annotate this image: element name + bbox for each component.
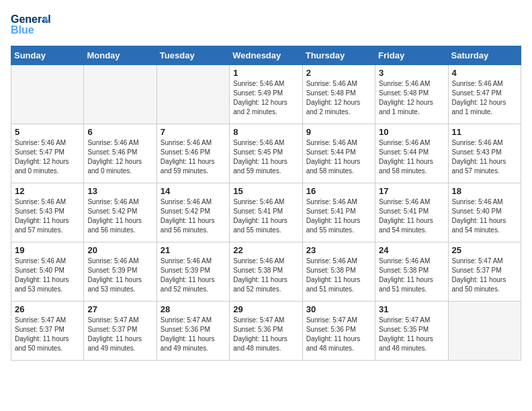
calendar-cell — [157, 65, 229, 124]
weekday-header-wednesday: Wednesday — [230, 46, 302, 65]
calendar-cell: 12Sunrise: 5:46 AM Sunset: 5:43 PM Dayli… — [11, 183, 84, 242]
day-number: 23 — [306, 245, 371, 255]
calendar-cell: 29Sunrise: 5:47 AM Sunset: 5:36 PM Dayli… — [230, 302, 302, 361]
weekday-header-thursday: Thursday — [302, 46, 375, 65]
svg-text:Blue: Blue — [11, 24, 34, 36]
day-info: Sunrise: 5:47 AM Sunset: 5:37 PM Dayligh… — [15, 316, 80, 353]
day-info: Sunrise: 5:46 AM Sunset: 5:44 PM Dayligh… — [306, 138, 371, 176]
day-number: 2 — [306, 68, 371, 78]
day-info: Sunrise: 5:46 AM Sunset: 5:46 PM Dayligh… — [161, 138, 226, 176]
day-info: Sunrise: 5:47 AM Sunset: 5:37 PM Dayligh… — [452, 257, 517, 294]
week-row-4: 19Sunrise: 5:46 AM Sunset: 5:40 PM Dayli… — [11, 242, 521, 302]
day-number: 16 — [306, 186, 371, 196]
day-number: 24 — [379, 245, 444, 255]
day-number: 1 — [233, 68, 298, 78]
day-info: Sunrise: 5:46 AM Sunset: 5:39 PM Dayligh… — [161, 257, 226, 294]
day-info: Sunrise: 5:46 AM Sunset: 5:43 PM Dayligh… — [15, 197, 80, 235]
day-info: Sunrise: 5:46 AM Sunset: 5:40 PM Dayligh… — [452, 197, 517, 235]
day-info: Sunrise: 5:46 AM Sunset: 5:41 PM Dayligh… — [306, 197, 371, 235]
calendar-cell: 27Sunrise: 5:47 AM Sunset: 5:37 PM Dayli… — [84, 302, 157, 361]
day-number: 27 — [87, 304, 152, 314]
calendar-cell: 9Sunrise: 5:46 AM Sunset: 5:44 PM Daylig… — [302, 124, 375, 183]
day-info: Sunrise: 5:46 AM Sunset: 5:47 PM Dayligh… — [452, 79, 517, 117]
day-number: 11 — [452, 127, 517, 137]
calendar-cell: 15Sunrise: 5:46 AM Sunset: 5:41 PM Dayli… — [230, 183, 302, 242]
day-info: Sunrise: 5:47 AM Sunset: 5:36 PM Dayligh… — [306, 316, 371, 353]
day-number: 14 — [161, 186, 226, 196]
calendar-cell: 28Sunrise: 5:47 AM Sunset: 5:36 PM Dayli… — [157, 302, 229, 361]
calendar-cell: 1Sunrise: 5:46 AM Sunset: 5:49 PM Daylig… — [230, 65, 302, 124]
day-number: 22 — [233, 245, 298, 255]
calendar-cell: 20Sunrise: 5:46 AM Sunset: 5:39 PM Dayli… — [84, 242, 157, 302]
day-number: 3 — [379, 68, 444, 78]
day-info: Sunrise: 5:46 AM Sunset: 5:49 PM Dayligh… — [233, 79, 298, 117]
day-number: 12 — [15, 186, 80, 196]
day-info: Sunrise: 5:47 AM Sunset: 5:35 PM Dayligh… — [379, 316, 444, 353]
day-info: Sunrise: 5:46 AM Sunset: 5:43 PM Dayligh… — [452, 138, 517, 176]
week-row-1: 1Sunrise: 5:46 AM Sunset: 5:49 PM Daylig… — [11, 65, 521, 124]
calendar-cell: 19Sunrise: 5:46 AM Sunset: 5:40 PM Dayli… — [11, 242, 84, 302]
day-number: 20 — [87, 245, 152, 255]
day-number: 8 — [233, 127, 298, 137]
calendar-table: SundayMondayTuesdayWednesdayThursdayFrid… — [11, 46, 521, 361]
day-info: Sunrise: 5:47 AM Sunset: 5:37 PM Dayligh… — [87, 316, 152, 353]
calendar-cell: 8Sunrise: 5:46 AM Sunset: 5:45 PM Daylig… — [230, 124, 302, 183]
day-info: Sunrise: 5:46 AM Sunset: 5:40 PM Dayligh… — [15, 257, 80, 294]
weekday-header-sunday: Sunday — [11, 46, 84, 65]
day-number: 7 — [161, 127, 226, 137]
day-number: 25 — [452, 245, 517, 255]
calendar-cell: 16Sunrise: 5:46 AM Sunset: 5:41 PM Dayli… — [302, 183, 375, 242]
day-number: 19 — [15, 245, 80, 255]
week-row-5: 26Sunrise: 5:47 AM Sunset: 5:37 PM Dayli… — [11, 302, 521, 361]
calendar-cell — [448, 302, 521, 361]
day-info: Sunrise: 5:46 AM Sunset: 5:41 PM Dayligh… — [233, 197, 298, 235]
weekday-header-row: SundayMondayTuesdayWednesdayThursdayFrid… — [11, 46, 521, 65]
day-info: Sunrise: 5:46 AM Sunset: 5:38 PM Dayligh… — [233, 257, 298, 294]
calendar-cell: 3Sunrise: 5:46 AM Sunset: 5:48 PM Daylig… — [375, 65, 448, 124]
weekday-header-monday: Monday — [84, 46, 157, 65]
page-header: GeneralBlue — [11, 11, 521, 38]
calendar-cell: 21Sunrise: 5:46 AM Sunset: 5:39 PM Dayli… — [157, 242, 229, 302]
day-number: 5 — [15, 127, 80, 137]
calendar-cell: 5Sunrise: 5:46 AM Sunset: 5:47 PM Daylig… — [11, 124, 84, 183]
weekday-header-friday: Friday — [375, 46, 448, 65]
weekday-header-tuesday: Tuesday — [157, 46, 229, 65]
calendar-cell: 22Sunrise: 5:46 AM Sunset: 5:38 PM Dayli… — [230, 242, 302, 302]
week-row-2: 5Sunrise: 5:46 AM Sunset: 5:47 PM Daylig… — [11, 124, 521, 183]
day-number: 13 — [87, 186, 152, 196]
logo: GeneralBlue — [11, 11, 51, 38]
day-info: Sunrise: 5:46 AM Sunset: 5:38 PM Dayligh… — [379, 257, 444, 294]
day-number: 31 — [379, 304, 444, 314]
day-info: Sunrise: 5:46 AM Sunset: 5:46 PM Dayligh… — [87, 138, 152, 176]
day-number: 18 — [452, 186, 517, 196]
calendar-cell: 23Sunrise: 5:46 AM Sunset: 5:38 PM Dayli… — [302, 242, 375, 302]
calendar-cell: 31Sunrise: 5:47 AM Sunset: 5:35 PM Dayli… — [375, 302, 448, 361]
day-info: Sunrise: 5:46 AM Sunset: 5:38 PM Dayligh… — [306, 257, 371, 294]
day-info: Sunrise: 5:46 AM Sunset: 5:47 PM Dayligh… — [15, 138, 80, 176]
day-number: 26 — [15, 304, 80, 314]
day-number: 30 — [306, 304, 371, 314]
calendar-cell — [11, 65, 84, 124]
calendar-cell: 10Sunrise: 5:46 AM Sunset: 5:44 PM Dayli… — [375, 124, 448, 183]
day-number: 28 — [161, 304, 226, 314]
calendar-cell: 17Sunrise: 5:46 AM Sunset: 5:41 PM Dayli… — [375, 183, 448, 242]
calendar-cell: 13Sunrise: 5:46 AM Sunset: 5:42 PM Dayli… — [84, 183, 157, 242]
day-info: Sunrise: 5:46 AM Sunset: 5:42 PM Dayligh… — [87, 197, 152, 235]
calendar-cell: 7Sunrise: 5:46 AM Sunset: 5:46 PM Daylig… — [157, 124, 229, 183]
day-info: Sunrise: 5:46 AM Sunset: 5:41 PM Dayligh… — [379, 197, 444, 235]
calendar-cell: 25Sunrise: 5:47 AM Sunset: 5:37 PM Dayli… — [448, 242, 521, 302]
calendar-cell: 2Sunrise: 5:46 AM Sunset: 5:48 PM Daylig… — [302, 65, 375, 124]
weekday-header-saturday: Saturday — [448, 46, 521, 65]
week-row-3: 12Sunrise: 5:46 AM Sunset: 5:43 PM Dayli… — [11, 183, 521, 242]
day-info: Sunrise: 5:46 AM Sunset: 5:48 PM Dayligh… — [306, 79, 371, 117]
day-info: Sunrise: 5:46 AM Sunset: 5:44 PM Dayligh… — [379, 138, 444, 176]
calendar-cell: 14Sunrise: 5:46 AM Sunset: 5:42 PM Dayli… — [157, 183, 229, 242]
day-number: 9 — [306, 127, 371, 137]
calendar-cell: 6Sunrise: 5:46 AM Sunset: 5:46 PM Daylig… — [84, 124, 157, 183]
day-number: 21 — [161, 245, 226, 255]
calendar-cell: 30Sunrise: 5:47 AM Sunset: 5:36 PM Dayli… — [302, 302, 375, 361]
day-number: 10 — [379, 127, 444, 137]
day-info: Sunrise: 5:46 AM Sunset: 5:39 PM Dayligh… — [87, 257, 152, 294]
calendar-cell: 4Sunrise: 5:46 AM Sunset: 5:47 PM Daylig… — [448, 65, 521, 124]
calendar-cell: 11Sunrise: 5:46 AM Sunset: 5:43 PM Dayli… — [448, 124, 521, 183]
